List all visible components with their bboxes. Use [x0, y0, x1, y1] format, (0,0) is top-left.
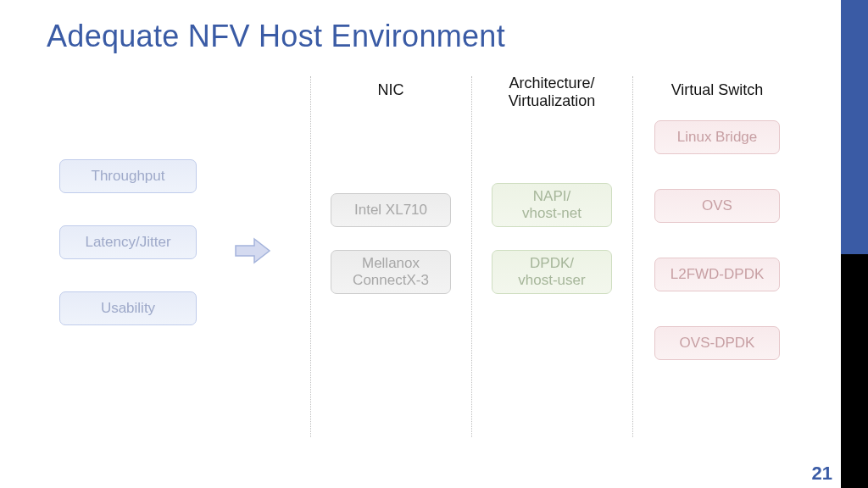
- page-number: 21: [812, 463, 832, 485]
- divider-1: [310, 76, 311, 437]
- accent-sidebar: [841, 0, 868, 488]
- arrow-right-icon: [234, 236, 271, 266]
- col-header-nic: NIC: [310, 81, 471, 99]
- col-header-vswitch: Virtual Switch: [632, 81, 802, 99]
- diagram-area: NIC Architecture/ Virtualization Virtual…: [42, 68, 826, 446]
- accent-sidebar-top: [841, 0, 868, 254]
- vswitch-ovs: OVS: [654, 189, 780, 223]
- arch-dpdk-vhost-user: DPDK/ vhost-user: [492, 250, 612, 294]
- divider-3: [632, 76, 633, 437]
- col-header-arch: Architecture/ Virtualization: [471, 75, 632, 109]
- nic-intel-xl710: Intel XL710: [331, 193, 451, 227]
- divider-2: [471, 76, 472, 437]
- accent-sidebar-bottom: [841, 254, 868, 488]
- vswitch-ovs-dpdk: OVS-DPDK: [654, 326, 780, 360]
- metric-usability: Usability: [59, 291, 197, 325]
- metric-latency: Latency/Jitter: [59, 225, 197, 259]
- arch-napi-vhost-net: NAPI/ vhost-net: [492, 183, 612, 227]
- slide-title: Adequate NFV Host Environment: [47, 19, 505, 54]
- metric-throughput: Throughput: [59, 159, 197, 193]
- vswitch-l2fwd-dpdk: L2FWD-DPDK: [654, 258, 780, 291]
- vswitch-linux-bridge: Linux Bridge: [654, 120, 780, 154]
- nic-mellanox-connectx3: Mellanox ConnectX-3: [331, 250, 451, 294]
